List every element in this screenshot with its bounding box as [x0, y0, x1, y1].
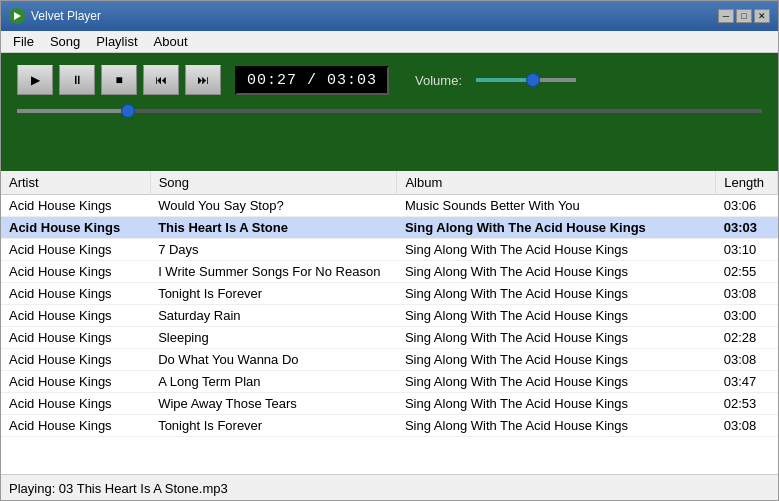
playlist-table: Artist Song Album Length Acid House King…: [1, 171, 778, 437]
table-header-row: Artist Song Album Length: [1, 171, 778, 195]
cell-song: Saturday Rain: [150, 305, 397, 327]
cell-artist: Acid House Kings: [1, 393, 150, 415]
menu-file[interactable]: File: [5, 32, 42, 51]
table-row[interactable]: Acid House Kings Tonight Is Forever Sing…: [1, 283, 778, 305]
header-album: Album: [397, 171, 716, 195]
cell-artist: Acid House Kings: [1, 349, 150, 371]
cell-album: Sing Along With The Acid House Kings: [397, 349, 716, 371]
volume-slider[interactable]: [476, 78, 576, 82]
cell-album: Sing Along With The Acid House Kings: [397, 415, 716, 437]
menu-playlist[interactable]: Playlist: [88, 32, 145, 51]
close-button[interactable]: ✕: [754, 9, 770, 23]
volume-fill: [476, 78, 531, 82]
cell-album: Sing Along With The Acid House Kings: [397, 239, 716, 261]
cell-song: Do What You Wanna Do: [150, 349, 397, 371]
cell-artist: Acid House Kings: [1, 283, 150, 305]
cell-length: 03:06: [716, 195, 778, 217]
seek-row: [17, 109, 762, 113]
controls-row: ▶ ⏸ ■ ⏮ ⏭ 00:27 / 03:03 Volume:: [17, 65, 762, 95]
cell-length: 03:10: [716, 239, 778, 261]
playlist-area: Artist Song Album Length Acid House King…: [1, 171, 778, 474]
app-icon: [9, 8, 25, 24]
cell-artist: Acid House Kings: [1, 217, 150, 239]
cell-song: This Heart Is A Stone: [150, 217, 397, 239]
header-song: Song: [150, 171, 397, 195]
table-row[interactable]: Acid House Kings I Write Summer Songs Fo…: [1, 261, 778, 283]
play-button[interactable]: ▶: [17, 65, 53, 95]
player-area: ▶ ⏸ ■ ⏮ ⏭ 00:27 / 03:03 Volume:: [1, 53, 778, 171]
cell-artist: Acid House Kings: [1, 261, 150, 283]
cell-song: Tonight Is Forever: [150, 283, 397, 305]
cell-song: Tonight Is Forever: [150, 415, 397, 437]
cell-artist: Acid House Kings: [1, 239, 150, 261]
cell-artist: Acid House Kings: [1, 371, 150, 393]
cell-length: 03:08: [716, 349, 778, 371]
table-row[interactable]: Acid House Kings This Heart Is A Stone S…: [1, 217, 778, 239]
cell-song: A Long Term Plan: [150, 371, 397, 393]
table-row[interactable]: Acid House Kings Sleeping Sing Along Wit…: [1, 327, 778, 349]
table-row[interactable]: Acid House Kings Tonight Is Forever Sing…: [1, 415, 778, 437]
cell-album: Sing Along With The Acid House Kings: [397, 283, 716, 305]
menu-about[interactable]: About: [146, 32, 196, 51]
cell-length: 03:08: [716, 283, 778, 305]
table-row[interactable]: Acid House Kings 7 Days Sing Along With …: [1, 239, 778, 261]
time-display: 00:27 / 03:03: [235, 66, 389, 95]
menu-song[interactable]: Song: [42, 32, 88, 51]
cell-album: Sing Along With The Acid House Kings: [397, 371, 716, 393]
volume-label: Volume:: [415, 73, 462, 88]
cell-album: Sing Along With The Acid House Kings: [397, 217, 716, 239]
volume-thumb[interactable]: [526, 73, 540, 87]
cell-album: Sing Along With The Acid House Kings: [397, 305, 716, 327]
title-bar-controls: ─ □ ✕: [718, 9, 770, 23]
cell-album: Sing Along With The Acid House Kings: [397, 393, 716, 415]
cell-song: 7 Days: [150, 239, 397, 261]
prev-button[interactable]: ⏮: [143, 65, 179, 95]
cell-album: Sing Along With The Acid House Kings: [397, 261, 716, 283]
title-bar: Velvet Player ─ □ ✕: [1, 1, 778, 31]
table-row[interactable]: Acid House Kings A Long Term Plan Sing A…: [1, 371, 778, 393]
cell-album: Sing Along With The Acid House Kings: [397, 327, 716, 349]
cell-song: Would You Say Stop?: [150, 195, 397, 217]
menu-bar: File Song Playlist About: [1, 31, 778, 53]
maximize-button[interactable]: □: [736, 9, 752, 23]
cell-length: 03:03: [716, 217, 778, 239]
header-artist: Artist: [1, 171, 150, 195]
volume-track[interactable]: [476, 78, 576, 82]
cell-length: 02:53: [716, 393, 778, 415]
status-text: Playing: 03 This Heart Is A Stone.mp3: [9, 481, 228, 496]
cell-length: 03:00: [716, 305, 778, 327]
header-length: Length: [716, 171, 778, 195]
cell-artist: Acid House Kings: [1, 327, 150, 349]
cell-song: I Write Summer Songs For No Reason: [150, 261, 397, 283]
next-button[interactable]: ⏭: [185, 65, 221, 95]
minimize-button[interactable]: ─: [718, 9, 734, 23]
table-row[interactable]: Acid House Kings Would You Say Stop? Mus…: [1, 195, 778, 217]
cell-artist: Acid House Kings: [1, 415, 150, 437]
cell-length: 02:28: [716, 327, 778, 349]
playlist-body: Acid House Kings Would You Say Stop? Mus…: [1, 195, 778, 437]
cell-song: Wipe Away Those Tears: [150, 393, 397, 415]
table-row[interactable]: Acid House Kings Do What You Wanna Do Si…: [1, 349, 778, 371]
seek-fill: [17, 109, 127, 113]
cell-length: 03:08: [716, 415, 778, 437]
table-row[interactable]: Acid House Kings Saturday Rain Sing Alon…: [1, 305, 778, 327]
seek-thumb[interactable]: [121, 104, 135, 118]
cell-album: Music Sounds Better With You: [397, 195, 716, 217]
seek-track[interactable]: [17, 109, 762, 113]
svg-marker-0: [14, 12, 21, 20]
stop-button[interactable]: ■: [101, 65, 137, 95]
cell-artist: Acid House Kings: [1, 305, 150, 327]
cell-artist: Acid House Kings: [1, 195, 150, 217]
pause-button[interactable]: ⏸: [59, 65, 95, 95]
cell-length: 03:47: [716, 371, 778, 393]
cell-length: 02:55: [716, 261, 778, 283]
title-bar-text: Velvet Player: [31, 9, 718, 23]
status-bar: Playing: 03 This Heart Is A Stone.mp3: [1, 474, 778, 501]
table-row[interactable]: Acid House Kings Wipe Away Those Tears S…: [1, 393, 778, 415]
cell-song: Sleeping: [150, 327, 397, 349]
